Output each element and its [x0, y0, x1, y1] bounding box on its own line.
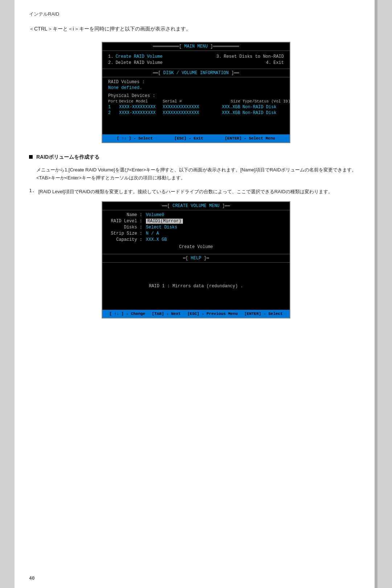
raid-volumes-label: RAID Volumes :: [108, 80, 284, 85]
cv-label-disks: Disks :: [110, 225, 146, 230]
row2-model: XXXX-XXXXXXXXX: [119, 110, 163, 115]
main-menu-footer: [ ↑↓ ] - Select [ESC] - Exit [ENTER] - S…: [102, 134, 290, 142]
raid-section-container: RAIDボリュームを作成する メニューから1.[Create RAID Volu…: [29, 154, 363, 182]
none-defined: None defined.: [108, 85, 284, 90]
row1-model: XXXX-XXXXXXXXX: [119, 105, 163, 110]
bullet-icon: [29, 155, 33, 159]
menu-num-3: 3.: [216, 54, 221, 59]
cv-footer-prev: [ESC] - Previous Menu: [187, 312, 238, 316]
row1-num: 1: [108, 105, 119, 110]
cv-label-strip-size: Strip Size :: [110, 231, 146, 236]
cv-row-name: Name : Volume0: [110, 212, 282, 218]
cv-label-raid-level: RAID Level :: [110, 219, 146, 224]
cv-value-raid-level: RAID1(Mirror): [146, 219, 183, 224]
cv-row-raid-level: RAID Level : RAID1(Mirror): [110, 219, 282, 224]
col-type-header: Type/Status (Vol ID): [242, 99, 301, 104]
create-volume-footer: [ ↑↓ ] - Change [TAB] - Next [ESC] - Pre…: [102, 310, 290, 318]
row2-size: XXX.XGB: [217, 110, 242, 115]
cv-value-capacity: XXX.X GB: [146, 237, 167, 242]
section-bullet: RAIDボリュームを作成する: [29, 154, 363, 161]
help-section: RAID 1 : Mirrors data (redundancy) .: [102, 263, 290, 310]
menu-item-3: 3. Reset Disks to Non-RAID: [216, 54, 284, 59]
row2-num: 2: [108, 110, 119, 115]
menu-item-4: 4. Exit: [266, 60, 284, 65]
row1-size: XXX.XGB: [217, 105, 242, 110]
menu-row-2: 2. Delete RAID Volume 4. Exit: [108, 60, 284, 65]
disk-volume-info: RAID Volumes : None defined. Physical De…: [102, 77, 290, 134]
cv-label-name: Name :: [110, 212, 146, 218]
footer-exit: [ESC] - Exit: [175, 136, 203, 141]
row2-serial: XXXXXXXXXXXXXX: [163, 110, 217, 115]
menu-label-1: Create RAID Volume: [115, 54, 163, 59]
main-menu-title-bar: ══════════[ MAIN MENU ]══════════: [102, 42, 290, 51]
row1-serial: XXXXXXXXXXXXXX: [163, 105, 217, 110]
raid-section-title: RAIDボリュームを作成する: [36, 154, 99, 161]
cv-footer-next: [TAB] - Next: [152, 312, 181, 316]
help-title: HELP: [191, 256, 201, 261]
create-volume-title-bar: ══[ CREATE VOLUME MENU ]══: [102, 202, 290, 210]
physical-devices-label: Physical Devices :: [108, 93, 284, 98]
numbered-item-1: 1. [RAID Level]項目でRAIDの種類を変更します。接続しているハー…: [29, 188, 363, 196]
row2-type: Non-RAID Disk: [242, 110, 301, 115]
page-header: インテルRAID: [29, 11, 363, 17]
col-device-header: Device Model: [119, 99, 163, 104]
item-num-1: 1.: [29, 188, 35, 196]
table-row: 2 XXXX-XXXXXXXXX XXXXXXXXXXXXXX XXX.XGB …: [108, 110, 284, 115]
cv-value-disks: Select Disks: [146, 225, 177, 230]
cv-value-strip-size: N / A: [146, 231, 159, 236]
create-volume-screen: ══[ CREATE VOLUME MENU ]══ Name : Volume…: [102, 201, 290, 319]
col-size-header: Size: [217, 99, 242, 104]
menu-item-1: 1. Create RAID Volume: [108, 54, 163, 59]
menu-label-3: Reset Disks to Non-RAID: [224, 54, 284, 59]
main-menu-screen: ══════════[ MAIN MENU ]══════════ 1. Cre…: [102, 42, 290, 143]
raid-section-body: メニューから1.[Create RAID Volume]を選び<Enter>キー…: [36, 166, 363, 182]
disk-volume-title: DISK / VOLUME INFORMATION: [163, 70, 229, 76]
cv-create-label: Create Volume: [110, 244, 282, 250]
cv-value-name: Volume0: [146, 212, 164, 218]
disk-volume-title-bar: ══[ DISK / VOLUME INFORMATION ]══: [102, 69, 290, 77]
page-container: インテルRAID ＜CTRL＞キーと＜i＞キーを同時に押すと以下の画面が表示され…: [15, 0, 377, 588]
col-port-header: Port: [108, 99, 119, 104]
menu-num-2: 2.: [108, 60, 113, 65]
footer-enter: [ENTER] - Select Menu: [225, 136, 275, 141]
col-serial-header: Serial #: [163, 99, 217, 104]
footer-select: [ ↑↓ ] - Select: [117, 136, 153, 141]
right-border: [375, 0, 377, 588]
main-menu-items: 1. Create RAID Volume 3. Reset Disks to …: [102, 51, 290, 69]
item-text-1: [RAID Level]項目でRAIDの種類を変更します。接続しているハードドラ…: [38, 188, 333, 196]
menu-item-2: 2. Delete RAID Volume: [108, 60, 163, 65]
cv-row-strip-size: Strip Size : N / A: [110, 231, 282, 236]
create-volume-fields: Name : Volume0 RAID Level : RAID1(Mirror…: [102, 210, 290, 254]
menu-num-1: 1.: [108, 54, 113, 59]
row1-type: Non-RAID Disk: [242, 105, 301, 110]
bios-spacer: [108, 116, 284, 131]
menu-label-4: Exit: [273, 60, 284, 65]
table-row: 1 XXXX-XXXXXXXXX XXXXXXXXXXXXXX XXX.XGB …: [108, 105, 284, 110]
help-text: RAID 1 : Mirrors data (redundancy) .: [149, 284, 243, 289]
cv-label-capacity: Capacity :: [110, 237, 146, 242]
cv-row-capacity: Capacity : XXX.X GB: [110, 237, 282, 242]
cv-footer-select: [ENTER] - Select: [244, 312, 283, 316]
table-header: Port Device Model Serial # Size Type/Sta…: [108, 99, 284, 104]
cv-footer-change: [ ↑↓ ] - Change: [109, 312, 145, 316]
main-menu-title: MAIN MENU: [184, 44, 208, 49]
create-volume-title: CREATE VOLUME MENU: [172, 203, 220, 208]
page-number: 40: [29, 575, 35, 581]
cv-row-disks: Disks : Select Disks: [110, 225, 282, 230]
menu-num-4: 4.: [266, 60, 271, 65]
menu-row-1: 1. Create RAID Volume 3. Reset Disks to …: [108, 54, 284, 59]
help-title-bar: ═[ HELP ]═: [102, 254, 290, 263]
intro-text: ＜CTRL＞キーと＜i＞キーを同時に押すと以下の画面が表示されます。: [29, 25, 363, 33]
menu-label-2: Delete RAID Volume: [115, 60, 163, 65]
